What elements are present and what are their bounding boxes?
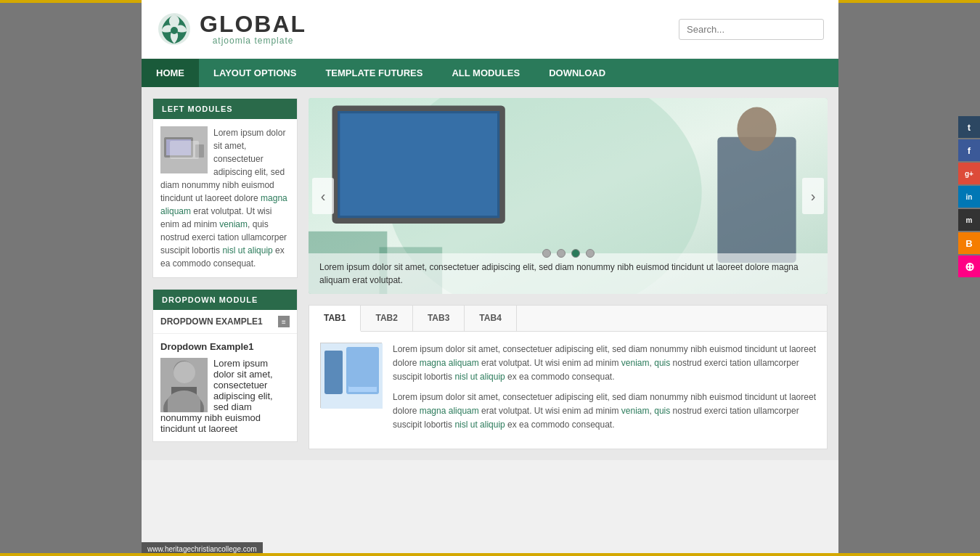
logo-name: GLOBAL <box>200 12 306 36</box>
tab-link-magna2[interactable]: magna aliquam <box>420 406 479 416</box>
social-blogger-button[interactable]: B <box>958 232 980 254</box>
nav-item-download[interactable]: DOWNLOAD <box>534 59 620 87</box>
search-input[interactable] <box>679 19 824 40</box>
dropdown-content: Dropdown Example1 Lorem ipsum dol <box>153 334 297 441</box>
tab-link-quis2[interactable]: quis <box>654 406 670 416</box>
content-area: LEFT MODULES Lorem ipsum dolor sit amet,… <box>142 87 838 460</box>
logo-subtitle: atjoomla template <box>200 36 306 46</box>
left-sidebar: LEFT MODULES Lorem ipsum dolor sit amet,… <box>152 98 298 449</box>
social-sidebar: t f g+ in m B ⊕ <box>958 116 980 277</box>
dropdown-widget: DROPDOWN MODULE DROPDOWN EXAMPLE1 ≡ Drop… <box>152 289 298 442</box>
nav-item-layout[interactable]: LAYOUT OPTIONS <box>199 59 311 87</box>
slider-dots <box>542 249 595 258</box>
header: GLOBAL atjoomla template <box>142 0 838 59</box>
logo-area[interactable]: GLOBAL atjoomla template <box>156 11 306 47</box>
svg-point-16 <box>737 107 776 152</box>
left-modules-widget: LEFT MODULES Lorem ipsum dolor sit amet,… <box>152 98 298 278</box>
dropdown-body: Lorem ipsum dolor sit amet, consectetuer… <box>160 358 290 434</box>
nav-item-home[interactable]: HOME <box>142 59 199 87</box>
dropdown-content-title: Dropdown Example1 <box>160 341 290 352</box>
footer-bar: www.heritagechristiancollege.com <box>142 542 263 556</box>
slider-dot-3[interactable] <box>571 249 580 258</box>
tab-btn-3[interactable]: TAB3 <box>413 306 465 331</box>
logo-text: GLOBAL atjoomla template <box>200 12 306 46</box>
svg-rect-5 <box>195 144 204 158</box>
tab-image <box>320 343 382 408</box>
search-area <box>679 19 824 40</box>
dropdown-header[interactable]: DROPDOWN EXAMPLE1 ≡ <box>153 310 297 334</box>
tab-link-veniam[interactable]: veniam <box>621 358 650 368</box>
svg-point-1 <box>171 27 178 34</box>
tab-link-nisl2[interactable]: nisl ut aliquip <box>454 420 505 430</box>
slider-caption: Lorem ipsum dolor sit amet, consectetuer… <box>309 253 828 294</box>
tab-text-content: Lorem ipsum dolor sit amet, consectetuer… <box>393 343 816 438</box>
nav-item-template[interactable]: TEMPLATE FUTURES <box>311 59 437 87</box>
svg-rect-14 <box>340 113 497 216</box>
site-wrapper: GLOBAL atjoomla template HOME LAYOUT OPT… <box>142 0 838 556</box>
nav: HOME LAYOUT OPTIONS TEMPLATE FUTURES ALL… <box>142 59 838 87</box>
social-googleplus-button[interactable]: g+ <box>958 163 980 184</box>
social-flickr-button[interactable]: ⊕ <box>958 255 980 277</box>
svg-rect-9 <box>171 387 197 401</box>
sidebar-image <box>160 126 208 173</box>
nav-item-modules[interactable]: ALL MODULES <box>437 59 534 87</box>
svg-rect-4 <box>166 139 191 155</box>
tab-btn-1[interactable]: TAB1 <box>309 306 361 332</box>
tab-link-magna[interactable]: magna aliquam <box>420 358 479 368</box>
svg-rect-19 <box>321 343 383 409</box>
dropdown-example-label: DROPDOWN EXAMPLE1 <box>160 316 263 327</box>
tab-link-nisl[interactable]: nisl ut aliquip <box>454 372 505 382</box>
footer-text: www.heritagechristiancollege.com <box>147 545 257 553</box>
link-veniam[interactable]: veniam <box>219 219 248 229</box>
slider-caption-text: Lorem ipsum dolor sit amet, consectetuer… <box>319 262 799 285</box>
logo-icon <box>156 11 192 47</box>
link-nisl[interactable]: nisl ut aliquip <box>222 245 272 255</box>
image-slider: Lorem ipsum dolor sit amet, consectetuer… <box>309 98 828 294</box>
dropdown-toggle-icon[interactable]: ≡ <box>278 316 290 327</box>
tabs-section: TAB1 TAB2 TAB3 TAB4 <box>309 305 828 449</box>
tab-content: Lorem ipsum dolor sit amet, consectetuer… <box>309 332 827 449</box>
social-tumblr-button[interactable]: t <box>958 116 980 138</box>
tab-link-veniam2[interactable]: veniam <box>621 406 650 416</box>
slider-dot-4[interactable] <box>586 249 595 258</box>
left-modules-title: LEFT MODULES <box>153 99 297 119</box>
slider-dot-1[interactable] <box>542 249 551 258</box>
svg-rect-15 <box>717 137 796 263</box>
tab-link-quis[interactable]: quis <box>654 358 670 368</box>
main-content: Lorem ipsum dolor sit amet, consectetuer… <box>309 98 828 449</box>
svg-rect-22 <box>348 349 377 392</box>
social-facebook-button[interactable]: f <box>958 139 980 161</box>
social-myspace-button[interactable]: m <box>958 209 980 231</box>
tabs-header: TAB1 TAB2 TAB3 TAB4 <box>309 306 827 332</box>
tab-btn-4[interactable]: TAB4 <box>465 306 516 331</box>
tab-para-2: Lorem ipsum dolor sit amet, consectetuer… <box>393 391 816 433</box>
svg-point-8 <box>163 393 204 412</box>
svg-point-7 <box>173 361 194 381</box>
social-linkedin-button[interactable]: in <box>958 186 980 208</box>
slider-prev-button[interactable]: ‹ <box>312 178 334 214</box>
link-magna-aliquam[interactable]: magna aliquam <box>160 193 287 216</box>
tab-image-svg <box>321 343 383 409</box>
tab-para-1: Lorem ipsum dolor sit amet, consectetuer… <box>393 343 816 385</box>
dropdown-module-title: DROPDOWN MODULE <box>153 290 297 310</box>
tab-btn-2[interactable]: TAB2 <box>361 306 412 331</box>
left-modules-body: Lorem ipsum dolor sit amet, consectetuer… <box>153 119 297 277</box>
slider-dot-2[interactable] <box>557 249 565 258</box>
slider-next-button[interactable]: › <box>802 178 824 214</box>
svg-rect-20 <box>324 358 343 394</box>
outer-wrapper: GLOBAL atjoomla template HOME LAYOUT OPT… <box>0 0 980 556</box>
dropdown-person-image <box>160 358 208 412</box>
